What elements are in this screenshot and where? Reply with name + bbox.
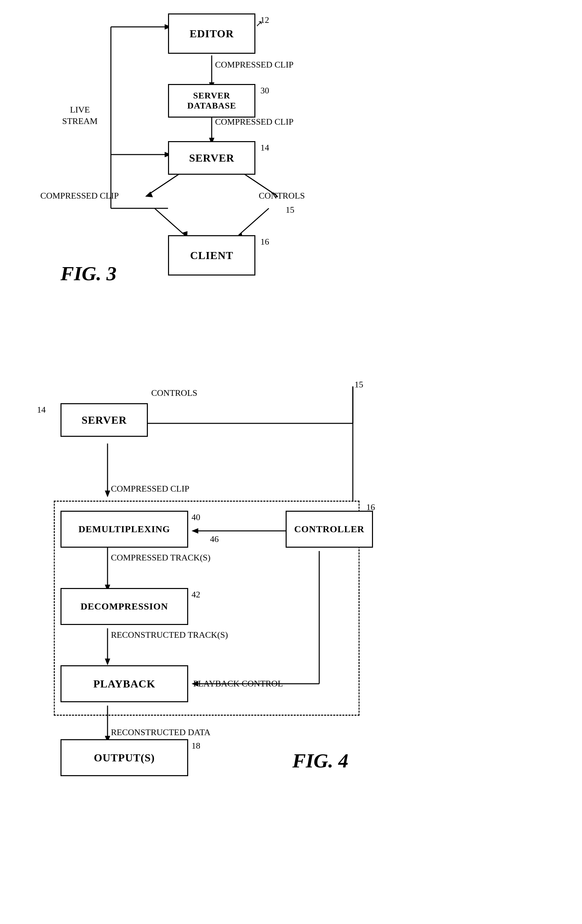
server-box-fig3: SERVER [168,141,256,175]
reconstructed-tracks-label: RECONSTRUCTED TRACK(S) [111,630,228,640]
compressed-clip-label-1: COMPRESSED CLIP [215,60,293,70]
compressed-clip-label-fig4: COMPRESSED CLIP [111,484,189,494]
playback-label: PLAYBACK [93,678,156,690]
controls-ref-fig4: 15 [354,380,363,390]
compressed-clip-label-3: COMPRESSED CLIP [40,191,119,201]
server-database-box: SERVER DATABASE [168,84,256,117]
server-ref-fig3: 14 [260,143,269,153]
demultiplexing-ref: 40 [191,512,200,523]
fig3-svg [0,0,582,370]
client-label: CLIENT [190,249,234,262]
controls-ref-fig3: 15 [285,205,294,215]
client-ref-fig3: 16 [260,237,269,247]
demultiplexing-label: DEMULTIPLEXING [79,524,170,535]
fig3-area: EDITOR 12 ↗ COMPRESSED CLIP SERVER DATAB… [0,0,582,370]
editor-label: EDITOR [190,28,234,40]
outputs-ref: 18 [191,741,200,751]
controls-label-fig4: CONTROLS [151,388,197,398]
svg-line-13 [155,208,185,235]
full-diagram: EDITOR 12 ↗ COMPRESSED CLIP SERVER DATAB… [0,0,582,924]
server-database-label: SERVER DATABASE [169,91,254,111]
live-stream-text: LIVE STREAM [62,105,97,126]
playback-box: PLAYBACK [61,665,188,702]
reconstructed-data-label: RECONSTRUCTED DATA [111,728,210,738]
server-label-fig3: SERVER [189,152,234,164]
client-box: CLIENT [168,235,256,276]
controller-connection-ref: 46 [210,534,219,544]
decompression-ref: 42 [191,590,200,600]
compressed-clip-label-2: COMPRESSED CLIP [215,117,293,127]
outputs-box: OUTPUT(S) [61,739,188,776]
outputs-label: OUTPUT(S) [94,752,155,764]
live-stream-label: LIVE STREAM [62,104,97,127]
demultiplexing-box: DEMULTIPLEXING [61,511,188,548]
server-database-ref: 30 [260,86,269,96]
svg-marker-22 [105,490,110,497]
editor-box: EDITOR [168,13,256,54]
fig4-title: FIG. 4 [292,749,348,772]
server-box-fig4: SERVER [61,403,148,437]
controls-label-fig3: CONTROLS [259,191,305,201]
decompression-box: DECOMPRESSION [61,588,188,625]
server-ref-fig4: 14 [37,405,46,415]
compressed-tracks-label: COMPRESSED TRACK(S) [111,553,210,563]
fig3-title: FIG. 3 [61,262,117,285]
fig4-area: SERVER 14 CONTROLS 15 COMPRESSED CLIP 16… [0,370,582,924]
playback-control-label: PLAYBACK CONTROL [193,679,283,689]
svg-marker-10 [145,191,153,197]
svg-line-15 [239,208,269,235]
controller-label: CONTROLLER [294,524,364,535]
decompression-label: DECOMPRESSION [81,601,168,612]
controller-box: CONTROLLER [285,511,373,548]
server-label-fig4: SERVER [82,414,127,426]
